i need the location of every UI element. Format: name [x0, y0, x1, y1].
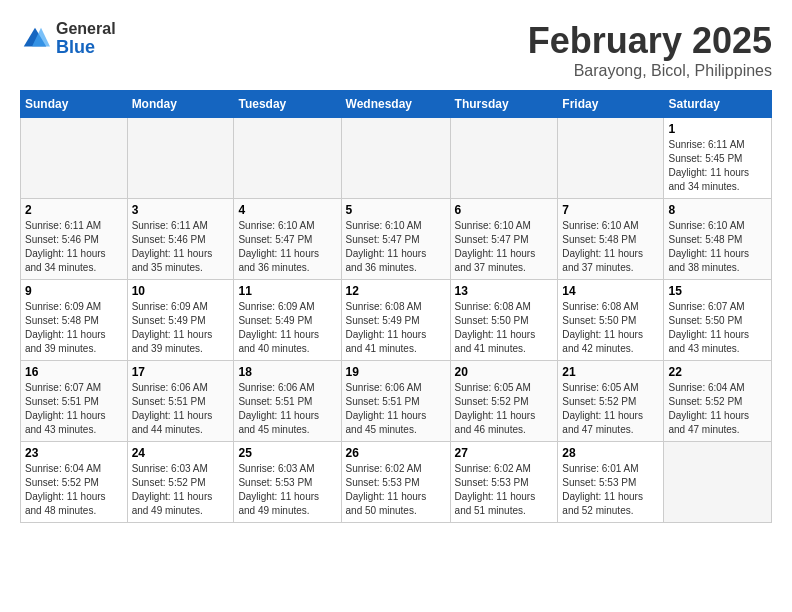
- day-cell: 21Sunrise: 6:05 AM Sunset: 5:52 PM Dayli…: [558, 361, 664, 442]
- day-cell: 2Sunrise: 6:11 AM Sunset: 5:46 PM Daylig…: [21, 199, 128, 280]
- day-number: 24: [132, 446, 230, 460]
- day-info: Sunrise: 6:10 AM Sunset: 5:48 PM Dayligh…: [668, 219, 767, 275]
- day-number: 9: [25, 284, 123, 298]
- day-cell: 22Sunrise: 6:04 AM Sunset: 5:52 PM Dayli…: [664, 361, 772, 442]
- day-info: Sunrise: 6:07 AM Sunset: 5:50 PM Dayligh…: [668, 300, 767, 356]
- day-info: Sunrise: 6:03 AM Sunset: 5:52 PM Dayligh…: [132, 462, 230, 518]
- logo-text: General Blue: [56, 20, 116, 57]
- day-number: 5: [346, 203, 446, 217]
- col-header-sunday: Sunday: [21, 91, 128, 118]
- day-cell: [664, 442, 772, 523]
- day-cell: [127, 118, 234, 199]
- day-number: 14: [562, 284, 659, 298]
- day-info: Sunrise: 6:06 AM Sunset: 5:51 PM Dayligh…: [238, 381, 336, 437]
- day-number: 1: [668, 122, 767, 136]
- day-cell: 23Sunrise: 6:04 AM Sunset: 5:52 PM Dayli…: [21, 442, 128, 523]
- day-number: 13: [455, 284, 554, 298]
- day-number: 19: [346, 365, 446, 379]
- day-number: 21: [562, 365, 659, 379]
- day-cell: 1Sunrise: 6:11 AM Sunset: 5:45 PM Daylig…: [664, 118, 772, 199]
- col-header-friday: Friday: [558, 91, 664, 118]
- day-number: 25: [238, 446, 336, 460]
- logo-icon: [20, 24, 50, 54]
- day-info: Sunrise: 6:10 AM Sunset: 5:47 PM Dayligh…: [455, 219, 554, 275]
- week-row-2: 2Sunrise: 6:11 AM Sunset: 5:46 PM Daylig…: [21, 199, 772, 280]
- day-number: 23: [25, 446, 123, 460]
- day-number: 22: [668, 365, 767, 379]
- day-info: Sunrise: 6:07 AM Sunset: 5:51 PM Dayligh…: [25, 381, 123, 437]
- page-header: General Blue February 2025 Barayong, Bic…: [20, 20, 772, 80]
- day-info: Sunrise: 6:05 AM Sunset: 5:52 PM Dayligh…: [455, 381, 554, 437]
- day-cell: 18Sunrise: 6:06 AM Sunset: 5:51 PM Dayli…: [234, 361, 341, 442]
- day-info: Sunrise: 6:08 AM Sunset: 5:50 PM Dayligh…: [562, 300, 659, 356]
- calendar-table: SundayMondayTuesdayWednesdayThursdayFrid…: [20, 90, 772, 523]
- day-number: 28: [562, 446, 659, 460]
- day-number: 15: [668, 284, 767, 298]
- day-cell: 15Sunrise: 6:07 AM Sunset: 5:50 PM Dayli…: [664, 280, 772, 361]
- day-cell: 4Sunrise: 6:10 AM Sunset: 5:47 PM Daylig…: [234, 199, 341, 280]
- col-header-thursday: Thursday: [450, 91, 558, 118]
- day-number: 26: [346, 446, 446, 460]
- day-cell: 8Sunrise: 6:10 AM Sunset: 5:48 PM Daylig…: [664, 199, 772, 280]
- header-row: SundayMondayTuesdayWednesdayThursdayFrid…: [21, 91, 772, 118]
- day-number: 8: [668, 203, 767, 217]
- day-cell: 11Sunrise: 6:09 AM Sunset: 5:49 PM Dayli…: [234, 280, 341, 361]
- day-cell: [341, 118, 450, 199]
- day-number: 11: [238, 284, 336, 298]
- title-block: February 2025 Barayong, Bicol, Philippin…: [528, 20, 772, 80]
- day-cell: 17Sunrise: 6:06 AM Sunset: 5:51 PM Dayli…: [127, 361, 234, 442]
- day-cell: 13Sunrise: 6:08 AM Sunset: 5:50 PM Dayli…: [450, 280, 558, 361]
- col-header-saturday: Saturday: [664, 91, 772, 118]
- day-info: Sunrise: 6:04 AM Sunset: 5:52 PM Dayligh…: [668, 381, 767, 437]
- day-number: 16: [25, 365, 123, 379]
- day-cell: 7Sunrise: 6:10 AM Sunset: 5:48 PM Daylig…: [558, 199, 664, 280]
- day-info: Sunrise: 6:01 AM Sunset: 5:53 PM Dayligh…: [562, 462, 659, 518]
- day-cell: 9Sunrise: 6:09 AM Sunset: 5:48 PM Daylig…: [21, 280, 128, 361]
- day-info: Sunrise: 6:03 AM Sunset: 5:53 PM Dayligh…: [238, 462, 336, 518]
- day-info: Sunrise: 6:10 AM Sunset: 5:48 PM Dayligh…: [562, 219, 659, 275]
- day-cell: [450, 118, 558, 199]
- col-header-wednesday: Wednesday: [341, 91, 450, 118]
- day-number: 18: [238, 365, 336, 379]
- logo-general: General: [56, 20, 116, 38]
- day-info: Sunrise: 6:11 AM Sunset: 5:45 PM Dayligh…: [668, 138, 767, 194]
- day-info: Sunrise: 6:10 AM Sunset: 5:47 PM Dayligh…: [346, 219, 446, 275]
- day-cell: 19Sunrise: 6:06 AM Sunset: 5:51 PM Dayli…: [341, 361, 450, 442]
- day-cell: 3Sunrise: 6:11 AM Sunset: 5:46 PM Daylig…: [127, 199, 234, 280]
- day-cell: 16Sunrise: 6:07 AM Sunset: 5:51 PM Dayli…: [21, 361, 128, 442]
- day-cell: 25Sunrise: 6:03 AM Sunset: 5:53 PM Dayli…: [234, 442, 341, 523]
- day-cell: 24Sunrise: 6:03 AM Sunset: 5:52 PM Dayli…: [127, 442, 234, 523]
- col-header-tuesday: Tuesday: [234, 91, 341, 118]
- week-row-5: 23Sunrise: 6:04 AM Sunset: 5:52 PM Dayli…: [21, 442, 772, 523]
- day-number: 10: [132, 284, 230, 298]
- day-info: Sunrise: 6:06 AM Sunset: 5:51 PM Dayligh…: [132, 381, 230, 437]
- day-info: Sunrise: 6:09 AM Sunset: 5:48 PM Dayligh…: [25, 300, 123, 356]
- day-number: 2: [25, 203, 123, 217]
- day-cell: 6Sunrise: 6:10 AM Sunset: 5:47 PM Daylig…: [450, 199, 558, 280]
- day-cell: [234, 118, 341, 199]
- day-info: Sunrise: 6:11 AM Sunset: 5:46 PM Dayligh…: [132, 219, 230, 275]
- day-number: 4: [238, 203, 336, 217]
- day-cell: [558, 118, 664, 199]
- week-row-1: 1Sunrise: 6:11 AM Sunset: 5:45 PM Daylig…: [21, 118, 772, 199]
- day-number: 7: [562, 203, 659, 217]
- day-info: Sunrise: 6:10 AM Sunset: 5:47 PM Dayligh…: [238, 219, 336, 275]
- logo-blue: Blue: [56, 38, 116, 58]
- day-cell: 20Sunrise: 6:05 AM Sunset: 5:52 PM Dayli…: [450, 361, 558, 442]
- day-info: Sunrise: 6:11 AM Sunset: 5:46 PM Dayligh…: [25, 219, 123, 275]
- day-number: 3: [132, 203, 230, 217]
- day-cell: [21, 118, 128, 199]
- week-row-3: 9Sunrise: 6:09 AM Sunset: 5:48 PM Daylig…: [21, 280, 772, 361]
- day-cell: 12Sunrise: 6:08 AM Sunset: 5:49 PM Dayli…: [341, 280, 450, 361]
- day-cell: 28Sunrise: 6:01 AM Sunset: 5:53 PM Dayli…: [558, 442, 664, 523]
- day-cell: 26Sunrise: 6:02 AM Sunset: 5:53 PM Dayli…: [341, 442, 450, 523]
- day-info: Sunrise: 6:05 AM Sunset: 5:52 PM Dayligh…: [562, 381, 659, 437]
- day-cell: 14Sunrise: 6:08 AM Sunset: 5:50 PM Dayli…: [558, 280, 664, 361]
- day-number: 12: [346, 284, 446, 298]
- day-number: 6: [455, 203, 554, 217]
- day-info: Sunrise: 6:02 AM Sunset: 5:53 PM Dayligh…: [455, 462, 554, 518]
- day-number: 20: [455, 365, 554, 379]
- col-header-monday: Monday: [127, 91, 234, 118]
- day-cell: 27Sunrise: 6:02 AM Sunset: 5:53 PM Dayli…: [450, 442, 558, 523]
- day-info: Sunrise: 6:08 AM Sunset: 5:49 PM Dayligh…: [346, 300, 446, 356]
